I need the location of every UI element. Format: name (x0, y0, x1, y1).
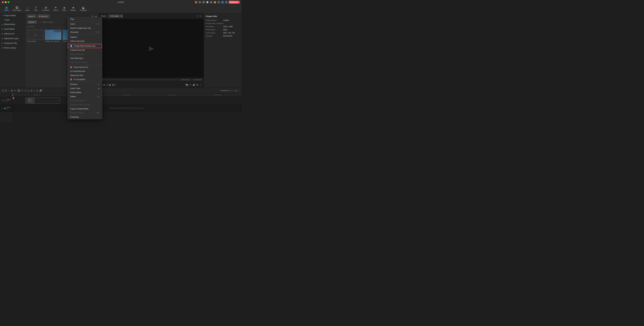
undo-icon[interactable]: ↺ (2, 89, 4, 92)
users-icon[interactable]: 👥 (221, 1, 224, 3)
context-menu-item-auto-beat-sync[interactable]: Auto Beat Sync (68, 56, 102, 60)
delete-icon[interactable]: ⌫ (17, 89, 20, 92)
context-menu-item-relink-media[interactable]: Relink Media (68, 90, 102, 95)
drop-zone[interactable] (28, 97, 60, 104)
avatar-icon[interactable]: 👤 (225, 1, 228, 3)
context-menu-item-insert[interactable]: Insert ⇧⌘I (68, 22, 102, 26)
sidebar-item-project-media[interactable]: ▼ Project Media (0, 13, 25, 18)
context-menu-item-add-track[interactable]: Add to new track (68, 39, 102, 43)
context-menu-item-delete[interactable]: Delete ⌫ (68, 95, 102, 99)
redo-icon[interactable]: ↻ (5, 89, 7, 92)
record-button[interactable]: Record ▾ (38, 14, 49, 18)
audio-add-icon[interactable]: + (1, 107, 2, 109)
link-icon[interactable]: 🔗 (39, 89, 42, 92)
progress-bar[interactable] (101, 79, 180, 80)
add-track-icon[interactable]: + (1, 100, 2, 101)
context-menu-item-auto-sync[interactable]: Auto Synchronization (68, 60, 102, 64)
context-menu-item-play[interactable]: Play (68, 17, 102, 21)
toolbar-filters[interactable]: ◈ Filters (60, 6, 68, 12)
context-menu-item-ai-vocal-remover[interactable]: AI Vocal Remover (68, 69, 102, 73)
toolbar-effects[interactable]: ✦ Effects (52, 6, 60, 12)
default-button[interactable]: Default ▾ (27, 20, 37, 24)
clip-icon[interactable]: ✂ (190, 84, 191, 86)
toolbar-audio[interactable]: ♪ Audio (24, 6, 31, 12)
sidebar-item-folder[interactable]: Folder (0, 18, 25, 22)
volume-icon[interactable]: 🔊 (192, 84, 195, 86)
text-icon[interactable]: T (25, 89, 26, 92)
quality-select[interactable]: Full Quality (108, 14, 123, 17)
grid-icon[interactable]: ⊞ (210, 1, 212, 3)
bell-icon[interactable]: 🔔 (214, 1, 216, 3)
grid-icon[interactable]: ⊞ (236, 90, 237, 92)
sidebar-item-global-media[interactable]: ▶ Global Media (0, 22, 25, 27)
context-menu-item-speech-to-text[interactable]: Speech-to-Text (68, 73, 102, 77)
context-menu-item-ai-translation[interactable]: AI Translation (68, 77, 102, 81)
context-menu-item-smart-scene-cut[interactable]: Smart Scene Cut (68, 65, 102, 69)
crop-icon[interactable]: ⊡ (30, 89, 32, 92)
zoom-in-icon[interactable]: + (234, 90, 235, 92)
zoom-track[interactable] (220, 90, 233, 91)
minimize-button[interactable] (5, 1, 6, 3)
play-icon[interactable]: ▶ (110, 84, 111, 86)
context-menu-item-set-thumbnail[interactable]: Set as thumbnail (68, 99, 102, 103)
step-back-icon[interactable]: ⏮ (103, 84, 105, 86)
toolbar-stickers[interactable]: ★ Stickers (69, 6, 78, 12)
context-menu-item-create-proxy[interactable]: Create Proxy File (68, 48, 102, 52)
context-menu-item-insert-target[interactable]: Insert in target track only (68, 26, 102, 30)
zoom-icon[interactable]: ⊕ (196, 84, 198, 86)
more-controls-icon[interactable]: ⋮ (200, 84, 202, 86)
maximize-button[interactable] (8, 1, 10, 3)
motion-icon[interactable]: ⊙ (36, 89, 38, 92)
context-menu-item-copy-global[interactable]: Copy to Global Media (68, 107, 102, 111)
mark-out-icon[interactable]: } (115, 84, 116, 86)
toolbar-titles[interactable]: T Titles (32, 6, 40, 12)
context-menu-item-create-multicam[interactable]: Create Multi-Camera Clip (68, 44, 102, 48)
context-menu-item-properties[interactable]: Properties (68, 115, 102, 119)
share-icon[interactable]: ↗ (198, 1, 201, 3)
timeline-settings-icon[interactable]: ⋮ (238, 90, 240, 92)
context-menu-item-audio-track[interactable]: Audio Track ▶ (68, 86, 102, 90)
list-item[interactable]: + Import Media (27, 30, 44, 42)
compare-icon[interactable]: ⊟ (197, 15, 199, 17)
sidebar-item-photos-library[interactable]: ▶ Photos Library (0, 45, 25, 50)
audio-mute-icon[interactable]: ♪ (3, 107, 4, 109)
context-menu-item-upload-filmora[interactable]: Upload to Filmora Cloud (68, 103, 102, 107)
toolbar-media[interactable]: ⊞ Media (2, 6, 10, 12)
magnet-icon[interactable]: ⊕ (11, 89, 13, 92)
list-item[interactable]: 00:00:10 722866_Recording P... (45, 30, 61, 42)
context-menu-item-overwrite[interactable]: Overwrite ⇧⌘O (68, 30, 102, 34)
subscribe-button[interactable]: Subscribe (229, 1, 240, 3)
zoom-out-icon[interactable]: − (219, 90, 220, 92)
context-menu-item-reveal-finder[interactable]: Reveal in Finder ⇧⌘R (68, 111, 102, 115)
audio-track-row[interactable]: Drop media and effects here to create yo… (12, 104, 242, 112)
mail-icon[interactable]: ✉ (202, 1, 205, 3)
prev-frame-icon[interactable]: ◁ (106, 84, 108, 86)
media-thumbnail[interactable]: 00:00:10 (45, 30, 61, 40)
headset-icon[interactable]: 🎧 (218, 1, 220, 3)
toolbar-transitions[interactable]: ⇄ Transitions (40, 6, 51, 12)
toolbar-stock-media[interactable]: 🖼 Stock Media (11, 6, 23, 12)
audio-volume-icon[interactable]: 🔊 (4, 107, 6, 109)
fullscreen-icon[interactable]: ⊡ (200, 15, 202, 17)
split-icon[interactable]: ◻ (27, 89, 29, 92)
toolbar-templates[interactable]: ⬕ Templates (78, 6, 89, 12)
video-track-row[interactable]: 🖼 (12, 97, 242, 104)
context-menu-item-rename[interactable]: Rename F2 (68, 82, 102, 86)
select-icon[interactable]: ↖ (22, 89, 24, 92)
chat-icon[interactable]: 💬 (206, 1, 209, 3)
track-mute-icon[interactable]: 👁 (4, 100, 6, 101)
gift-icon[interactable]: 🎁 (195, 1, 197, 3)
snapshot-icon[interactable]: 📷 (186, 84, 188, 86)
import-placeholder-thumb[interactable]: + (27, 30, 44, 40)
keyframe-icon[interactable]: ⟐ (34, 89, 35, 92)
sidebar-item-cloud-media[interactable]: ▶ Cloud Media (0, 27, 25, 31)
track-thumb-icon[interactable]: ⊡ (3, 100, 4, 101)
stop-icon[interactable]: ■ (112, 84, 114, 86)
close-button[interactable] (2, 1, 4, 3)
import-button[interactable]: Import ▾ (27, 14, 36, 18)
scissors-icon[interactable]: ✂ (14, 89, 16, 92)
sidebar-item-influence-kit[interactable]: ▶ Influence Kit (0, 31, 25, 36)
sidebar-item-adjustment-layer[interactable]: ▶ Adjustment Layer (0, 36, 25, 41)
context-menu-item-append[interactable]: Append (68, 35, 102, 39)
sidebar-item-compound-clip[interactable]: ▶ Compound Clip (0, 41, 25, 45)
